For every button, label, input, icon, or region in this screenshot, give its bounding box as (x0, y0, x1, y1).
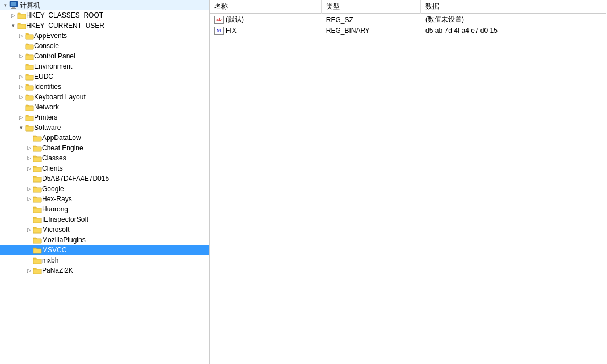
label-huorong: Huorong (42, 205, 68, 213)
reg-binary-icon: 01 (214, 27, 224, 35)
values-table: 名称 类型 数据 ab (默认) REG_SZ (数值未设置) (210, 0, 607, 36)
tree-item-ieinspectorsoft[interactable]: IEInspectorSoft (0, 214, 209, 225)
label-mxbh: mxbh (42, 256, 58, 264)
label-appdatalow: AppDataLow (42, 134, 81, 142)
tree-item-panagzi2k[interactable]: ▷ PaNaZi2K (0, 265, 209, 276)
label-cheatengine: Cheat Engine (42, 144, 83, 152)
expand-icon-hkcr[interactable]: ▷ (9, 11, 17, 19)
tree-item-clients[interactable]: ▷ Clients (0, 163, 209, 173)
tree-item-keyboardlayout[interactable]: ▷ Keyboard Layout (0, 92, 209, 102)
tree-item-mozillaplugins[interactable]: MozillaPlugins (0, 235, 209, 245)
value-row-default[interactable]: ab (默认) REG_SZ (数值未设置) (210, 14, 607, 26)
col-header-type[interactable]: 类型 (322, 0, 421, 14)
tree-item-classes[interactable]: ▷ Classes (0, 153, 209, 163)
label-controlpanel: Control Panel (34, 52, 75, 60)
label-classes: Classes (42, 154, 66, 162)
expand-icon-controlpanel[interactable]: ▷ (17, 52, 25, 60)
expand-icon-appdatalow-placeholder (25, 134, 33, 142)
tree-item-console[interactable]: Console (0, 41, 209, 51)
folder-icon-identities (25, 83, 34, 91)
folder-icon-clients (33, 164, 42, 172)
tree-item-hkcu[interactable]: ▾ HKEY_CURRENT_USER (0, 20, 209, 31)
tree-item-hkcr[interactable]: ▷ HKEY_CLASSES_ROOT (0, 10, 209, 20)
label-msvcc: MSVCC (42, 246, 66, 254)
value-data-fix: d5 ab 7d 4f a4 e7 d0 15 (421, 26, 607, 36)
folder-icon-environment (25, 62, 34, 70)
tree-item-printers[interactable]: ▷ Printers (0, 112, 209, 122)
folder-icon-huorong (33, 205, 42, 213)
expand-icon-console-placeholder (17, 42, 25, 50)
folder-icon-hkcu (17, 22, 26, 29)
tree-item-environment[interactable]: Environment (0, 61, 209, 71)
folder-icon-microsoft (33, 226, 42, 234)
col-header-name[interactable]: 名称 (210, 0, 322, 14)
folder-icon-msvcc (33, 246, 42, 254)
label-d5ab7d: D5AB7D4FA4E7D015 (42, 175, 109, 183)
expand-icon-computer[interactable]: ▾ (1, 1, 9, 9)
registry-values-panel: 名称 类型 数据 ab (默认) REG_SZ (数值未设置) (210, 0, 607, 364)
expand-icon-panagzi2k[interactable]: ▷ (25, 266, 33, 274)
tree-root-computer[interactable]: ▾ 计算机 (0, 0, 209, 10)
tree-item-hexrays[interactable]: ▷ Hex-Rays (0, 194, 209, 204)
tree-item-cheatengine[interactable]: ▷ Cheat Engine (0, 143, 209, 153)
registry-tree[interactable]: ▾ 计算机 ▷ HKEY_CLASSES_ROOT ▾ (0, 0, 210, 364)
expand-icon-hexrays[interactable]: ▷ (25, 195, 33, 203)
computer-icon (9, 1, 18, 10)
folder-icon-keyboardlayout (25, 93, 34, 101)
tree-item-controlpanel[interactable]: ▷ Control Panel (0, 51, 209, 61)
tree-item-msvcc[interactable]: MSVCC (0, 245, 209, 255)
folder-icon-printers (25, 113, 34, 121)
folder-icon-appdatalow (33, 134, 42, 142)
expand-icon-d5ab7d-placeholder (25, 175, 33, 183)
label-ieinspectorsoft: IEInspectorSoft (42, 215, 88, 223)
folder-icon-appevents (25, 32, 34, 40)
value-row-fix[interactable]: 01 FIX REG_BINARY d5 ab 7d 4f a4 e7 d0 1… (210, 26, 607, 36)
tree-item-huorong[interactable]: Huorong (0, 204, 209, 214)
tree-item-software[interactable]: ▾ Software (0, 122, 209, 133)
tree-item-identities[interactable]: ▷ Identities (0, 82, 209, 92)
expand-icon-environment-placeholder (17, 62, 25, 70)
expand-icon-keyboardlayout[interactable]: ▷ (17, 93, 25, 101)
expand-icon-software[interactable]: ▾ (17, 124, 25, 132)
tree-item-appdatalow[interactable]: AppDataLow (0, 133, 209, 143)
folder-icon-console (25, 42, 34, 50)
expand-icon-google[interactable]: ▷ (25, 185, 33, 193)
folder-icon-controlpanel (25, 52, 34, 60)
expand-icon-mxbh-placeholder (25, 256, 33, 264)
label-panagzi2k: PaNaZi2K (42, 266, 73, 274)
expand-icon-clients[interactable]: ▷ (25, 164, 33, 172)
expand-icon-mozillaplugins-placeholder (25, 236, 33, 244)
svg-rect-3 (11, 8, 16, 9)
expand-icon-eudc[interactable]: ▷ (17, 73, 25, 81)
folder-icon-software (25, 124, 34, 132)
expand-icon-hkcu[interactable]: ▾ (9, 22, 17, 29)
value-data-default: (数值未设置) (421, 14, 607, 26)
value-name-default: ab (默认) (210, 14, 322, 26)
value-type-default: REG_SZ (322, 14, 421, 26)
svg-rect-1 (11, 2, 16, 6)
label-environment: Environment (34, 62, 72, 70)
value-name-fix: 01 FIX (210, 26, 322, 36)
expand-icon-microsoft[interactable]: ▷ (25, 226, 33, 234)
tree-item-eudc[interactable]: ▷ EUDC (0, 71, 209, 82)
tree-item-appevents[interactable]: ▷ AppEvents (0, 31, 209, 41)
expand-icon-appevents[interactable]: ▷ (17, 32, 25, 40)
tree-item-microsoft[interactable]: ▷ Microsoft (0, 225, 209, 235)
expand-icon-printers[interactable]: ▷ (17, 113, 25, 121)
label-microsoft: Microsoft (42, 226, 70, 234)
expand-icon-classes[interactable]: ▷ (25, 154, 33, 162)
label-hexrays: Hex-Rays (42, 195, 72, 203)
tree-item-google[interactable]: ▷ Google (0, 184, 209, 194)
label-clients: Clients (42, 164, 63, 172)
tree-item-mxbh[interactable]: mxbh (0, 255, 209, 265)
expand-icon-cheatengine[interactable]: ▷ (25, 144, 33, 152)
label-hkcr: HKEY_CLASSES_ROOT (26, 11, 103, 19)
values-header-row: 名称 类型 数据 (210, 0, 607, 14)
col-header-data[interactable]: 数据 (421, 0, 607, 14)
folder-icon-google (33, 185, 42, 193)
expand-icon-identities[interactable]: ▷ (17, 83, 25, 91)
expand-icon-msvcc-placeholder (25, 246, 33, 254)
label-appevents: AppEvents (34, 32, 67, 40)
tree-item-network[interactable]: Network (0, 102, 209, 112)
tree-item-d5ab7d[interactable]: D5AB7D4FA4E7D015 (0, 173, 209, 184)
